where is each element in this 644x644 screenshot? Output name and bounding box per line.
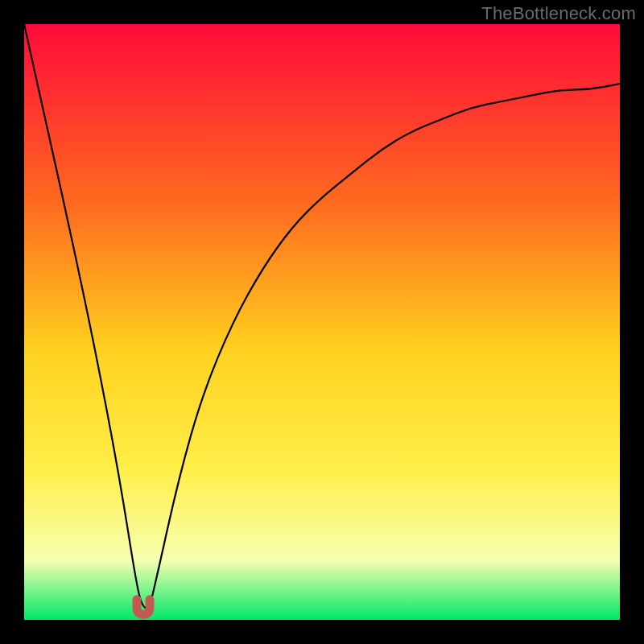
svg-rect-0 bbox=[24, 24, 620, 620]
background-gradient bbox=[24, 24, 620, 620]
watermark-text: TheBottleneck.com bbox=[481, 3, 636, 24]
plot-area bbox=[24, 24, 620, 620]
outer-frame: TheBottleneck.com bbox=[0, 0, 644, 644]
